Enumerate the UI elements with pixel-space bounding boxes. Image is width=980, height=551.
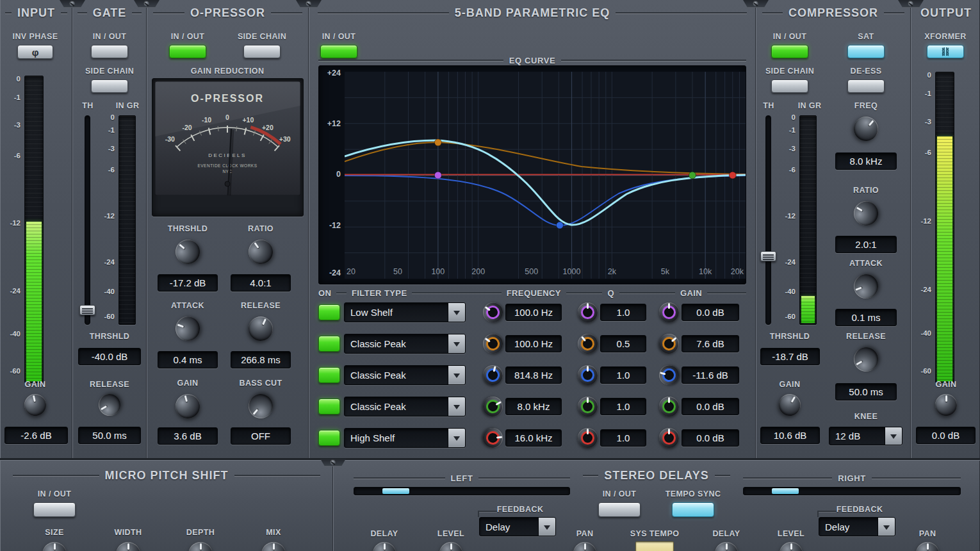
eq-band4-q-value[interactable]: 1.0 [600,398,646,415]
eq-band4-freq-value[interactable]: 8.0 kHz [505,398,562,415]
compressor-deess-button[interactable] [847,79,885,93]
eq-band2-freq-knob[interactable] [479,330,507,358]
compressor-sidechain-button[interactable] [771,79,808,93]
eq-band1-gain-knob[interactable] [659,302,679,322]
gate-release-value[interactable]: 50.0 ms [78,427,141,444]
eq-band3-gain-value[interactable]: -11.6 dB [682,366,739,384]
compressor-sat-button[interactable] [847,45,885,58]
output-gain-value[interactable]: 0.0 dB [916,427,976,444]
compressor-threshold-slider[interactable] [760,251,776,261]
eq-band1-freq-value[interactable]: 100.0 Hz [505,304,562,321]
input-phase-button[interactable]: φ [17,45,53,59]
eq-band5-gain-knob[interactable] [659,428,679,448]
eq-band5-q-value[interactable]: 1.0 [600,429,646,447]
compressor-freq-value[interactable]: 8.0 kHz [835,152,897,170]
gate-release-knob[interactable] [95,390,124,420]
filter-type-select-band5[interactable]: High Shelf [344,428,466,448]
eq-band2-gain-value[interactable]: 7.6 dB [682,335,739,352]
delays-inout-button[interactable] [598,502,641,517]
compressor-attack-knob[interactable] [851,271,882,302]
delay-time-slider-right[interactable] [772,488,799,494]
opressor-gain-value[interactable]: 3.6 dB [158,427,218,445]
compressor-ratio-knob[interactable] [849,197,883,230]
gate-inout-button[interactable] [91,45,128,58]
eq-band4-handle[interactable] [689,172,696,179]
eq-band2-q-value[interactable]: 0.5 [600,335,646,352]
eq-band5-gain-value[interactable]: 0.0 dB [682,429,739,447]
dropdown-arrow-button[interactable] [885,427,902,445]
eq-band2-q-knob[interactable] [574,330,602,358]
eq-band2-gain-knob[interactable] [655,330,683,358]
micro-pitch-depth-knob[interactable] [188,542,213,551]
eq-band3-on-button[interactable] [318,367,340,383]
eq-band2-on-button[interactable] [318,336,340,352]
filter-type-select-band4[interactable]: Classic Peak [344,397,466,416]
compressor-release-knob[interactable] [849,343,883,376]
compressor-ratio-value[interactable]: 2.0:1 [835,236,897,253]
compressor-thrshld-value[interactable]: -18.7 dB [760,348,820,365]
filter-type-select-band1[interactable]: Low Shelf [344,302,466,322]
opressor-ratio-value[interactable]: 4.0:1 [231,274,291,292]
eq-band4-on-button[interactable] [318,399,340,415]
compressor-gain-knob[interactable] [775,390,804,420]
eq-band3-freq-value[interactable]: 814.8 Hz [505,366,562,384]
eq-band1-handle[interactable] [434,172,441,179]
opressor-basscut-knob[interactable] [243,389,278,424]
level-right-knob[interactable] [780,542,803,551]
opressor-sidechain-button[interactable] [243,45,281,58]
pan-right-knob[interactable] [916,542,939,551]
level-left-knob[interactable] [439,542,462,551]
dropdown-arrow-button[interactable] [448,303,465,322]
opressor-release-knob[interactable] [245,313,277,345]
gate-threshold-slider[interactable] [79,305,95,315]
eq-band1-q-knob[interactable] [578,302,598,322]
eq-band5-handle[interactable] [729,172,736,179]
opressor-gain-knob[interactable] [173,391,203,422]
delay-left-knob[interactable] [373,542,396,551]
feedback-type-select-left[interactable]: Delay [479,517,556,536]
opressor-thrshld-value[interactable]: -17.2 dB [158,274,218,292]
micro-pitch-mix-knob[interactable] [261,542,286,551]
feedback-type-select-right[interactable]: Delay [819,517,895,536]
micro-pitch-size-knob[interactable] [42,542,67,551]
eq-band1-on-button[interactable] [318,304,340,320]
eq-band5-on-button[interactable] [318,430,340,446]
eq-band3-q-value[interactable]: 1.0 [600,366,646,384]
eq-band4-q-knob[interactable] [578,397,598,416]
eq-band3-gain-knob[interactable] [657,363,682,388]
eq-band5-q-knob[interactable] [578,428,598,448]
dropdown-arrow-button[interactable] [538,518,555,536]
compressor-release-value[interactable]: 50.0 ms [835,383,897,400]
eq-band4-gain-knob[interactable] [659,397,679,416]
micro-pitch-inout-button[interactable] [33,502,76,517]
eq-band3-freq-knob[interactable] [481,363,505,388]
opressor-basscut-value[interactable]: OFF [231,427,291,445]
eq-band4-gain-value[interactable]: 0.0 dB [682,398,739,415]
opressor-release-value[interactable]: 266.8 ms [231,351,291,368]
delay-time-slider-left[interactable] [382,488,409,494]
input-gain-value[interactable]: -2.6 dB [4,427,68,444]
compressor-inout-button[interactable] [771,45,808,58]
filter-type-select-band3[interactable]: Classic Peak [344,365,466,385]
delay-right-knob[interactable] [715,542,738,551]
dropdown-arrow-button[interactable] [448,429,465,447]
opressor-attack-value[interactable]: 0.4 ms [158,351,218,368]
eq-plot[interactable]: 205010020050010002k5k10k20k [345,72,746,279]
gate-sidechain-button[interactable] [91,79,128,93]
opressor-attack-knob[interactable] [172,313,204,345]
eq-band1-freq-knob[interactable] [479,299,507,326]
eq-band5-freq-value[interactable]: 16.0 kHz [505,429,562,447]
filter-type-select-band2[interactable]: Classic Peak [344,334,466,354]
dropdown-arrow-button[interactable] [448,397,465,416]
micro-pitch-width-knob[interactable] [116,542,140,551]
eq-band3-q-knob[interactable] [578,365,598,385]
gate-thrshld-value[interactable]: -40.0 dB [78,348,141,365]
compressor-freq-knob[interactable] [849,111,883,146]
eq-band3-handle[interactable] [556,222,563,229]
compressor-attack-value[interactable]: 0.1 ms [835,309,897,326]
dropdown-arrow-button[interactable] [878,518,895,536]
eq-band1-q-value[interactable]: 1.0 [600,304,646,321]
pan-left-knob[interactable] [573,542,596,551]
opressor-ratio-knob[interactable] [244,235,278,269]
knee-select[interactable]: 12 dB [829,427,902,445]
